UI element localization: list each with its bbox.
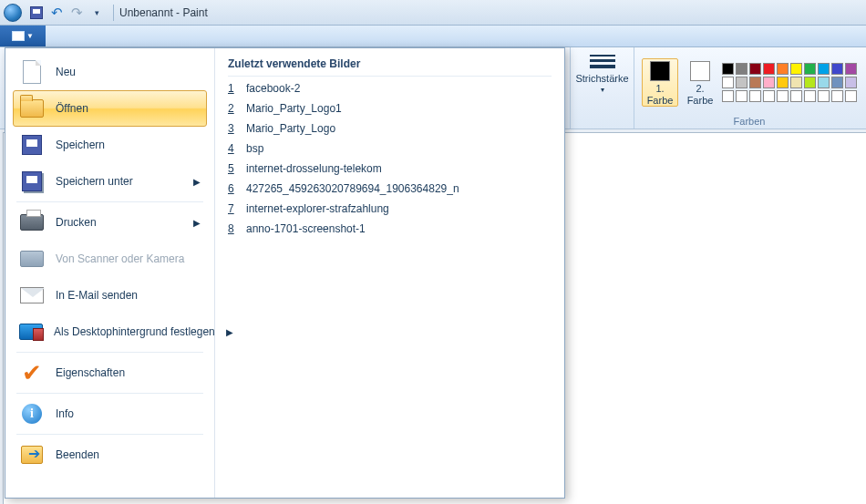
file-tab[interactable]: ▼ [0,26,46,46]
qat-redo-button[interactable]: ↷ [67,4,86,22]
palette-swatch[interactable] [763,90,775,102]
menu-separator [16,393,203,394]
recent-file-number: 2 [228,102,237,115]
palette-swatch[interactable] [831,90,843,102]
stroke-lines-icon [590,51,615,71]
menu-separator [16,201,203,202]
palette-swatch[interactable] [777,63,789,75]
file-tab-icon [12,31,25,41]
submenu-arrow-icon: ▶ [193,177,201,187]
recent-file-number: 7 [228,202,237,215]
palette-swatch[interactable] [804,90,816,102]
palette-swatch[interactable] [831,77,843,88]
recent-files-title: Zuletzt verwendete Bilder [228,57,552,77]
palette-swatch[interactable] [804,77,816,88]
chevron-down-icon: ▾ [601,86,604,94]
menu-wallpaper[interactable]: Als Desktophintergrund festlegen ▶ [13,314,207,350]
file-menu-recent: Zuletzt verwendete Bilder 1facebook-22Ma… [215,48,564,498]
ribbon-group-strichstaerke: Strichstärke ▾ [570,47,634,129]
recent-file-number: 5 [228,162,237,175]
palette-swatch[interactable] [736,77,747,88]
window-title: Unbenannt - Paint [119,6,208,19]
palette-swatch[interactable] [763,77,775,88]
stroke-width-button[interactable]: Strichstärke ▾ [575,51,628,114]
palette-swatch[interactable] [845,90,857,102]
file-menu: Neu Öffnen Speichern Speichern unter ▶ D… [5,47,565,499]
save-icon [30,6,43,19]
palette-swatch[interactable] [749,77,761,88]
palette-swatch[interactable] [777,90,789,102]
chevron-down-icon: ▼ [26,32,34,40]
qat-save-button[interactable] [27,4,46,22]
folder-open-icon [19,96,45,121]
palette-swatch[interactable] [845,63,857,75]
recent-file-number: 6 [228,182,237,195]
menu-scanner[interactable]: Von Scanner oder Kamera [13,241,207,277]
menu-info[interactable]: i Info [13,396,207,432]
mail-icon [19,283,45,308]
color1-button[interactable]: 1. Farbe [642,58,678,106]
recent-file-name: internet-drosselung-telekom [246,162,382,175]
menu-save-as[interactable]: Speichern unter ▶ [13,163,207,200]
info-icon: i [19,401,45,427]
palette-swatch[interactable] [790,63,802,75]
recent-file-name: Mario_Party_Logo [246,122,335,135]
separator [113,5,114,21]
recent-file-item[interactable]: 6427265_459263020789694_1906364829_n [228,182,552,202]
save-as-icon [19,169,45,194]
qat-customize-button[interactable]: ▾ [88,4,106,22]
palette-swatch[interactable] [763,63,775,75]
color1-swatch [650,61,670,81]
palette-swatch[interactable] [722,90,734,102]
submenu-arrow-icon: ▶ [193,218,201,228]
palette-swatch[interactable] [818,77,830,88]
palette-swatch[interactable] [736,63,747,75]
menu-open[interactable]: Öffnen [13,90,207,127]
recent-file-name: 427265_459263020789694_1906364829_n [246,182,459,195]
palette-swatch[interactable] [818,90,830,102]
palette-swatch[interactable] [818,63,830,75]
recent-file-item[interactable]: 7internet-explorer-strafzahlung [228,202,552,222]
color-palette [722,63,857,102]
palette-swatch[interactable] [790,77,802,88]
palette-swatch[interactable] [749,63,761,75]
scanner-icon [19,246,45,272]
recent-file-item[interactable]: 4bsp [228,142,552,162]
recent-file-number: 8 [228,222,237,235]
ribbon-tabs: ▼ [0,26,866,47]
menu-separator [16,434,203,435]
menu-properties[interactable]: ✔ Eigenschaften [13,355,207,391]
recent-file-name: anno-1701-screenshot-1 [246,222,366,235]
exit-icon: ➔ [19,442,45,468]
palette-swatch[interactable] [749,90,761,102]
recent-file-item[interactable]: 3Mario_Party_Logo [228,122,552,142]
recent-file-name: internet-explorer-strafzahlung [246,202,389,215]
palette-swatch[interactable] [722,63,734,75]
menu-save[interactable]: Speichern [13,127,207,163]
palette-swatch[interactable] [736,90,747,102]
recent-file-name: facebook-2 [246,82,300,95]
recent-file-item[interactable]: 2Mario_Party_Logo1 [228,102,552,122]
menu-print[interactable]: Drucken ▶ [13,204,207,241]
file-menu-commands: Neu Öffnen Speichern Speichern unter ▶ D… [5,48,215,498]
recent-file-item[interactable]: 8anno-1701-screenshot-1 [228,222,552,242]
menu-exit[interactable]: ➔ Beenden [13,437,207,473]
menu-email[interactable]: In E-Mail senden [13,277,207,314]
palette-swatch[interactable] [845,77,857,88]
recent-file-item[interactable]: 1facebook-2 [228,82,552,102]
palette-swatch[interactable] [790,90,802,102]
palette-swatch[interactable] [777,77,789,88]
palette-swatch[interactable] [722,77,734,88]
printer-icon [19,210,45,235]
app-orb-icon[interactable] [4,4,22,22]
color2-button[interactable]: 2. Farbe [682,58,718,106]
palette-swatch[interactable] [831,63,843,75]
title-bar: ↶ ↷ ▾ Unbenannt - Paint [0,0,866,26]
desktop-icon [19,319,43,345]
document-icon [19,59,45,85]
menu-new[interactable]: Neu [13,54,207,90]
qat-undo-button[interactable]: ↶ [47,4,66,22]
recent-file-item[interactable]: 5internet-drosselung-telekom [228,162,552,182]
palette-swatch[interactable] [804,63,816,75]
group-caption-farben: Farben [734,114,766,127]
